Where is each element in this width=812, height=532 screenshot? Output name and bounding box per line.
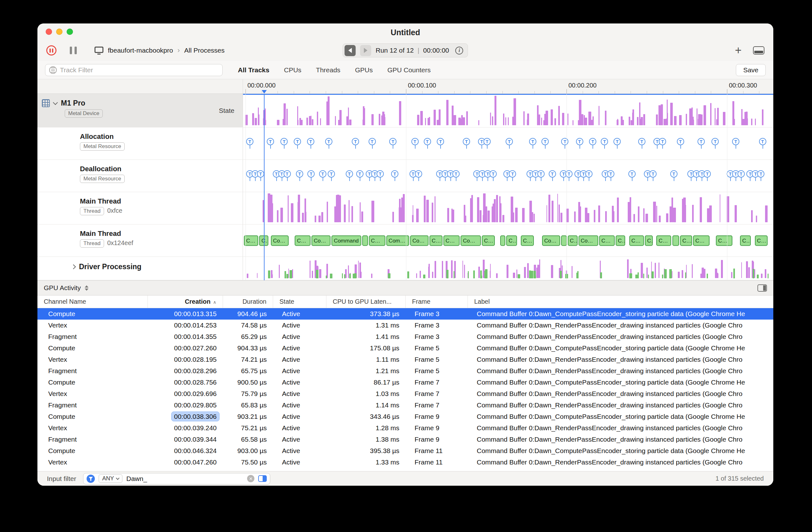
- column-header-duration[interactable]: Duration: [223, 295, 273, 308]
- table-row[interactable]: Compute00:00.028.756900.50 µsActive86.17…: [38, 376, 773, 388]
- previous-run-button[interactable]: [345, 45, 356, 56]
- allocation-flag-icon: T: [389, 138, 396, 145]
- table-row[interactable]: Vertex00:00.029.69675.79 µsActive1.03 ms…: [38, 388, 773, 399]
- minimize-button[interactable]: [56, 29, 62, 35]
- disclosure-chevron-icon[interactable]: [71, 264, 76, 269]
- record-stop-icon[interactable]: [46, 45, 56, 56]
- cell-duration: 65.29 µs: [223, 331, 273, 342]
- table-row[interactable]: Vertex00:00.014.25374.58 µsActive1.31 ms…: [38, 320, 773, 331]
- table-row[interactable]: Compute00:00.013.315904.46 µsActive373.3…: [38, 308, 773, 320]
- add-instrument-button[interactable]: +: [735, 46, 742, 55]
- track-plot-main-thread-4[interactable]: CommandCommandCommandCommandCommandComma…: [243, 224, 773, 256]
- flag-stem: [760, 178, 761, 181]
- state-bar: [372, 114, 374, 125]
- tab-gpu-counters[interactable]: GPU Counters: [387, 66, 431, 74]
- flag-glyph: T: [267, 138, 274, 145]
- column-header-channel-name[interactable]: Channel Name: [38, 295, 148, 308]
- state-bar: [546, 110, 548, 125]
- track-plot-m1-pro-0[interactable]: [243, 94, 773, 127]
- close-button[interactable]: [46, 29, 52, 35]
- cell-state: Active: [273, 308, 327, 320]
- flag-stem: [565, 145, 565, 149]
- chevron-down-icon: [116, 476, 119, 480]
- driver-activity-bar: [746, 261, 748, 278]
- track-plot-driver-processing-5[interactable]: [243, 257, 773, 280]
- column-header-cpu-to-gpu-laten[interactable]: CPU to GPU Laten...: [327, 295, 406, 308]
- table-row[interactable]: Fragment00:00.029.80565.83 µsActive1.14 …: [38, 399, 773, 411]
- thread-activity-bar: [304, 198, 306, 222]
- info-icon[interactable]: i: [455, 47, 463, 55]
- track-row-allocation-1[interactable]: AllocationMetal ResourceTTTTTTTTTTTTTTTT…: [38, 128, 773, 160]
- driver-command-bar: [290, 270, 292, 278]
- table-row[interactable]: Vertex00:00.047.26075.50 µsActive1.33 ms…: [38, 457, 773, 468]
- table-row[interactable]: Fragment00:00.014.35565.29 µsActive1.41 …: [38, 331, 773, 342]
- state-bar: [505, 117, 506, 125]
- tab-cpus[interactable]: CPUs: [284, 66, 301, 74]
- breadcrumb-separator: ›: [177, 46, 179, 55]
- disclosure-chevron-icon[interactable]: [53, 100, 58, 105]
- thread-activity-bar: [452, 210, 454, 222]
- track-row-m1-pro-0[interactable]: M1 ProMetal DeviceState: [38, 94, 773, 128]
- funnel-filter-icon[interactable]: [87, 475, 95, 483]
- table-row[interactable]: Fragment00:00.039.34465.58 µsActive1.38 …: [38, 434, 773, 445]
- driver-activity-bar: [754, 269, 755, 278]
- tab-threads[interactable]: Threads: [316, 66, 340, 74]
- cell-state: Active: [273, 434, 327, 445]
- match-mode-dropdown[interactable]: ANY: [99, 474, 122, 483]
- timeline-ruler[interactable]: 00:00.00000:00.10000:00.20000:00.300: [243, 79, 773, 93]
- flag-stem: [583, 178, 584, 181]
- column-header-state[interactable]: State: [273, 295, 327, 308]
- track-row-main-thread-0xfce[interactable]: Main ThreadThread0xfce: [38, 192, 773, 224]
- table-row[interactable]: Fragment00:00.028.29665.75 µsActive1.21 …: [38, 365, 773, 376]
- flag-stem: [329, 145, 329, 149]
- host-name: fbeaufort-macbookpro: [108, 47, 173, 54]
- clear-filter-icon[interactable]: ✕: [247, 475, 255, 482]
- cell-channel-name: Compute: [38, 376, 148, 388]
- track-row-driver-processing-5[interactable]: Driver Processing: [38, 257, 773, 280]
- flag-stem: [287, 178, 288, 181]
- tab-all-tracks[interactable]: All Tracks: [238, 66, 269, 74]
- allocation-flag-icon: T: [424, 138, 431, 145]
- track-filter-field[interactable]: [45, 64, 223, 76]
- command-buffer-span: Command: [410, 235, 429, 246]
- command-buffer-span: Command: [629, 235, 644, 246]
- state-bar: [537, 105, 539, 125]
- table-row[interactable]: Compute00:00.046.324903.00 µsActive395.3…: [38, 445, 773, 457]
- thread-activity-bar: [493, 204, 494, 222]
- input-filter-text[interactable]: [126, 475, 243, 483]
- playhead-marker[interactable]: [262, 90, 267, 93]
- state-bar: [633, 109, 634, 125]
- driver-command-bar: [388, 273, 390, 278]
- column-header-creation[interactable]: Creation∧: [148, 295, 223, 308]
- thread-activity-bar: [399, 207, 401, 222]
- track-plot-deallocation-2[interactable]: TTTTTTTTTTTTTTTTTTTTTTTTTTTTTTTTTTTTTTTT…: [243, 160, 773, 192]
- inspector-toggle-icon[interactable]: [757, 284, 767, 292]
- flag-stem: [372, 145, 373, 149]
- next-run-button[interactable]: [360, 45, 371, 56]
- track-filter-input[interactable]: [60, 66, 219, 74]
- zoom-button[interactable]: [67, 29, 73, 35]
- flag-stem: [730, 178, 731, 181]
- thread-activity-bar: [361, 211, 363, 222]
- target-selector[interactable]: fbeaufort-macbookpro › All Processes: [95, 46, 224, 55]
- track-row-deallocation-2[interactable]: DeallocationMetal ResourceTTTTTTTTTTTTTT…: [38, 160, 773, 192]
- track-plot-main-thread-3[interactable]: [243, 192, 773, 224]
- track-row-main-thread-0x124eef[interactable]: Main ThreadThread0x124eefCommandCommandC…: [38, 224, 773, 257]
- table-row[interactable]: Compute00:00.038.306903.21 µsActive343.4…: [38, 411, 773, 422]
- detail-view-selector[interactable]: GPU Activity: [44, 284, 88, 292]
- table-row[interactable]: Vertex00:00.028.19574.21 µsActive1.11 ms…: [38, 354, 773, 365]
- filter-scope-toggle-icon[interactable]: [258, 475, 267, 482]
- table-row[interactable]: Compute00:00.027.260904.33 µsActive175.0…: [38, 342, 773, 354]
- state-bar: [265, 108, 266, 125]
- column-header-frame[interactable]: Frame: [406, 295, 468, 308]
- table-row[interactable]: Vertex00:00.039.24075.21 µsActive1.28 ms…: [38, 422, 773, 434]
- bottom-pane-toggle-icon[interactable]: [753, 46, 765, 55]
- save-button[interactable]: Save: [736, 64, 766, 76]
- column-header-label[interactable]: Label: [468, 295, 773, 308]
- track-plot-allocation-1[interactable]: TTTTTTTTTTTTTTTTTTTTTTTTTTTTTTT: [243, 128, 773, 160]
- flag-stem: [282, 178, 282, 181]
- input-filter-field[interactable]: ANY ✕: [83, 473, 270, 485]
- tab-gpus[interactable]: GPUs: [355, 66, 373, 74]
- pause-icon[interactable]: [70, 47, 77, 54]
- state-bar: [578, 120, 580, 125]
